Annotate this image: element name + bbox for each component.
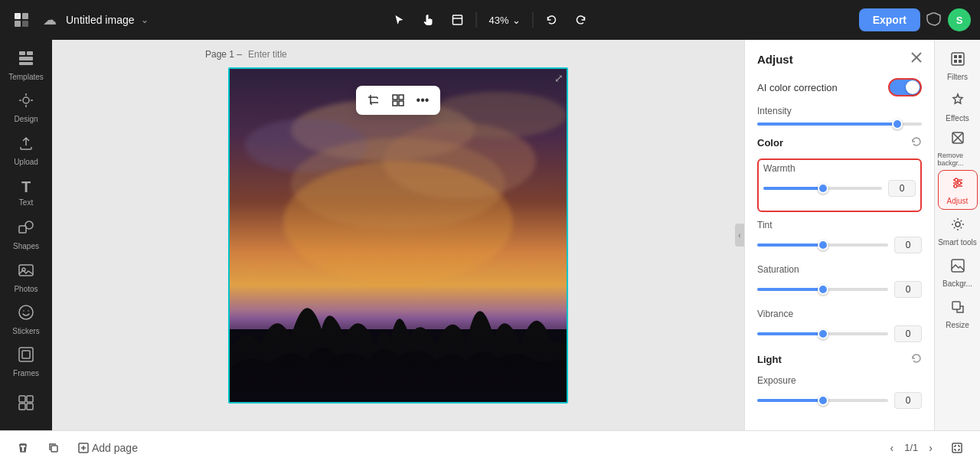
panel-collapse-arrow[interactable]: ‹ xyxy=(735,224,744,247)
more-options-button[interactable]: ••• xyxy=(411,89,434,112)
warmth-thumb[interactable] xyxy=(818,183,828,194)
svg-rect-54 xyxy=(952,443,962,453)
templates-label: Templates xyxy=(8,73,44,81)
saturation-value[interactable]: 0 xyxy=(894,281,922,298)
avatar[interactable]: S xyxy=(948,8,971,31)
crop-button[interactable] xyxy=(362,89,385,112)
svg-rect-21 xyxy=(393,95,397,100)
saturation-slider-row: 0 xyxy=(757,281,922,298)
svg-rect-3 xyxy=(22,21,28,27)
ai-correction-toggle[interactable] xyxy=(888,78,922,96)
redo-button[interactable] xyxy=(569,8,593,32)
saturation-thumb[interactable] xyxy=(818,284,828,295)
topbar: ☁ Untitled image ⌄ 43% ⌄ Export S xyxy=(0,0,980,40)
intensity-thumb[interactable] xyxy=(892,119,903,129)
sidebar-item-stickers[interactable]: Stickers xyxy=(5,300,47,339)
saturation-fill xyxy=(757,288,823,291)
tint-track[interactable] xyxy=(757,243,888,247)
prev-page-button[interactable]: ‹ xyxy=(886,439,899,457)
warmth-section: Warmth 0 xyxy=(757,158,922,212)
color-reset-button[interactable] xyxy=(911,136,922,149)
text-icon: T xyxy=(21,178,31,196)
trash-button[interactable] xyxy=(12,439,34,457)
remove-bg-icon xyxy=(950,130,965,149)
image-container[interactable]: ⤢ xyxy=(228,67,568,404)
panel-close-button[interactable] xyxy=(911,52,922,66)
sidebar-item-design[interactable]: Design xyxy=(5,88,47,127)
vibrance-value[interactable]: 0 xyxy=(894,325,922,342)
saturation-track[interactable] xyxy=(757,288,888,291)
shapes-label: Shapes xyxy=(13,242,39,250)
vibrance-slider-row: 0 xyxy=(757,325,922,342)
exposure-label: Exposure xyxy=(757,375,922,386)
sidebar-item-photos[interactable]: Photos xyxy=(5,258,47,297)
intensity-track[interactable] xyxy=(757,123,922,126)
adjust-label: Adjust xyxy=(947,197,969,205)
svg-rect-9 xyxy=(19,62,33,65)
warmth-value[interactable]: 0 xyxy=(888,180,916,197)
ai-correction-row: AI color correction xyxy=(757,78,922,96)
light-reset-button[interactable] xyxy=(911,353,922,366)
remove-bg-button[interactable]: Remove backgr... xyxy=(938,129,978,168)
frames-icon xyxy=(18,346,34,367)
svg-rect-15 xyxy=(19,348,33,361)
light-section-header: Light xyxy=(757,353,922,366)
background-button[interactable]: Backgr... xyxy=(938,253,978,292)
page-nav: ‹ 1/1 › xyxy=(886,439,937,457)
smart-tools-button[interactable]: Smart tools xyxy=(938,211,978,251)
sidebar-item-text[interactable]: T Text xyxy=(5,173,47,212)
tint-slider-row: 0 xyxy=(757,237,922,253)
svg-rect-6 xyxy=(19,51,25,55)
title-chevron-icon[interactable]: ⌄ xyxy=(141,15,149,25)
add-page-button[interactable]: Add page xyxy=(74,439,142,457)
layout-tool-button[interactable] xyxy=(445,8,469,32)
copy-button[interactable] xyxy=(43,439,64,457)
next-page-button[interactable]: › xyxy=(924,439,937,457)
filters-button[interactable]: Filters xyxy=(938,46,978,86)
vibrance-thumb[interactable] xyxy=(818,328,828,339)
adjust-button[interactable]: Adjust xyxy=(938,170,978,210)
fullscreen-icon: ⤢ xyxy=(554,72,564,84)
undo-button[interactable] xyxy=(540,8,564,32)
zoom-button[interactable]: 43% ⌄ xyxy=(482,11,526,29)
page-title-input[interactable] xyxy=(248,49,309,60)
tint-label: Tint xyxy=(757,220,922,230)
upload-icon xyxy=(18,135,34,155)
zoom-chevron-icon: ⌄ xyxy=(512,15,521,26)
export-button[interactable]: Export xyxy=(859,8,920,31)
cloud-icon: ☁ xyxy=(43,11,57,28)
sidebar-item-templates[interactable]: Templates xyxy=(5,46,47,85)
tint-thumb[interactable] xyxy=(818,240,828,250)
hand-tool-button[interactable] xyxy=(416,8,440,32)
sidebar-item-grid[interactable] xyxy=(5,385,47,424)
shield-icon[interactable] xyxy=(926,11,942,30)
bottom-bar: Add page ‹ 1/1 › xyxy=(0,430,980,464)
tint-value[interactable]: 0 xyxy=(894,237,922,253)
sidebar-item-frames[interactable]: Frames xyxy=(5,342,47,381)
vibrance-track[interactable] xyxy=(757,332,888,335)
sidebar-item-shapes[interactable]: Shapes xyxy=(5,215,47,254)
adjust-panel: Adjust AI color correction Intensity xyxy=(744,40,934,430)
exposure-track[interactable] xyxy=(757,399,888,402)
document-title[interactable]: Untitled image xyxy=(66,14,135,26)
resize-button[interactable]: Resize xyxy=(938,294,978,334)
select-tool-button[interactable] xyxy=(387,8,411,32)
smart-tools-label: Smart tools xyxy=(938,238,977,247)
exposure-thumb[interactable] xyxy=(818,395,828,406)
effects-button[interactable]: Effects xyxy=(938,87,978,127)
adjust-icon xyxy=(950,175,965,194)
background-label: Backgr... xyxy=(942,279,972,288)
grid-align-button[interactable] xyxy=(387,89,410,112)
exposure-value[interactable]: 0 xyxy=(894,392,922,409)
fit-page-button[interactable] xyxy=(946,439,968,457)
panel-title: Adjust xyxy=(757,53,793,66)
svg-rect-23 xyxy=(393,101,397,106)
svg-point-46 xyxy=(954,185,957,188)
photos-icon xyxy=(18,262,34,283)
svg-rect-49 xyxy=(952,302,960,309)
svg-rect-19 xyxy=(19,404,25,410)
floating-toolbar: ••• xyxy=(356,86,440,115)
warmth-track[interactable] xyxy=(763,187,882,190)
sidebar-item-upload[interactable]: Upload xyxy=(5,131,47,170)
shapes-icon xyxy=(18,219,34,240)
